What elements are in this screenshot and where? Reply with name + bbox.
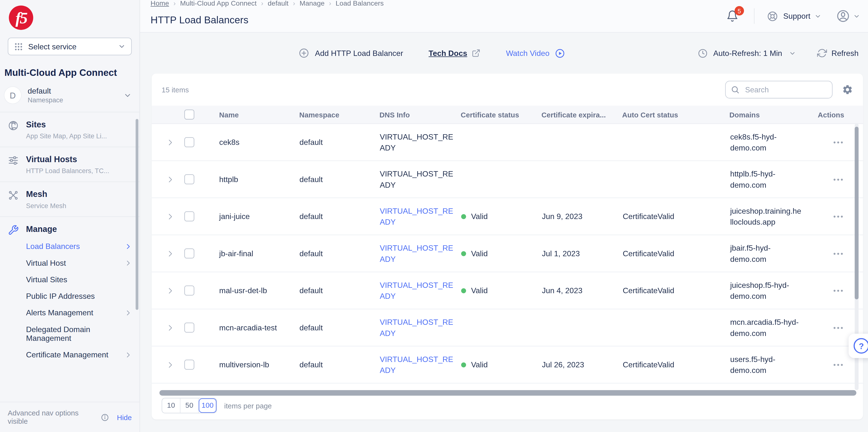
notifications-button[interactable]: 5 — [726, 10, 738, 22]
sidebar-item-manage[interactable]: Manage — [0, 217, 140, 238]
sliders-icon — [8, 155, 19, 175]
sidebar-item-mesh[interactable]: Mesh Service Mesh — [0, 182, 140, 217]
advanced-nav-label: Advanced nav options visible — [8, 409, 97, 426]
sidebar-item-virtual-sites[interactable]: Virtual Sites — [26, 271, 132, 288]
status-dot-green — [461, 288, 466, 293]
dns-info-link[interactable]: VIRTUAL_HOST_READY — [380, 205, 455, 228]
sidebar-item-public-ip-addresses[interactable]: Public IP Addresses — [26, 288, 132, 304]
table-row: mal-usr-det-lb default VIRTUAL_HOST_READ… — [152, 272, 863, 309]
refresh-button[interactable]: Refresh — [817, 48, 859, 58]
breadcrumb-item[interactable]: Manage — [300, 0, 325, 7]
column-header-namespace[interactable]: Namespace — [299, 110, 380, 119]
gear-icon[interactable] — [842, 84, 853, 95]
auto-cert-status: CertificateValid — [623, 286, 730, 295]
lb-name: httplb — [219, 175, 299, 184]
row-expand-chevron[interactable] — [166, 323, 175, 332]
sidebar-item-title: Manage — [26, 224, 57, 234]
support-menu[interactable]: Support — [767, 10, 821, 22]
app-root: f5 Select service Multi-Cloud App Connec… — [0, 0, 868, 432]
breadcrumb-item: Load Balancers — [336, 0, 384, 7]
lb-domain: cek8s.f5-hyd-demo.com — [730, 131, 802, 154]
column-header-name[interactable]: Name — [219, 110, 299, 119]
certificate-expiration: Jul 26, 2023 — [542, 360, 623, 369]
row-expand-chevron[interactable] — [166, 175, 175, 183]
watch-video-link[interactable]: Watch Video — [506, 48, 565, 58]
horizontal-scrollbar[interactable] — [159, 390, 857, 396]
sidebar-item-delegated-domain-management[interactable]: Delegated Domain Management — [26, 321, 120, 346]
f5-logo[interactable]: f5 — [9, 6, 33, 30]
sidebar-item-certificate-management[interactable]: Certificate Management — [26, 346, 132, 363]
sidebar-item-load-balancers[interactable]: Load Balancers — [26, 238, 132, 255]
row-checkbox[interactable] — [184, 286, 194, 295]
row-expand-chevron[interactable] — [166, 138, 175, 146]
row-expand-chevron[interactable] — [166, 361, 175, 369]
certificate-status: Valid — [471, 249, 488, 258]
lb-name: multiversion-lb — [219, 360, 299, 369]
auto-refresh-dropdown[interactable]: Auto-Refresh: 1 Min — [698, 48, 796, 58]
breadcrumb-item[interactable]: default — [268, 0, 288, 7]
namespace-type-label: Namespace — [28, 96, 63, 104]
column-header-dns-info[interactable]: DNS Info — [379, 110, 461, 119]
row-expand-chevron[interactable] — [166, 287, 175, 295]
page-size-10[interactable]: 10 — [162, 398, 181, 413]
chevron-right-icon — [125, 309, 132, 316]
page-size-100[interactable]: 100 — [199, 398, 216, 413]
breadcrumb-home[interactable]: Home — [151, 0, 169, 7]
dns-info: VIRTUAL_HOST_READY — [380, 131, 455, 154]
page-title: HTTP Load Balancers — [151, 14, 384, 26]
dns-info-link[interactable]: VIRTUAL_HOST_READY — [380, 279, 455, 302]
row-actions-menu[interactable] — [833, 212, 844, 221]
page-size-50[interactable]: 50 — [181, 398, 199, 413]
column-header-actions: Actions — [818, 110, 863, 119]
row-actions-menu[interactable] — [833, 138, 844, 146]
vertical-scrollbar[interactable] — [855, 127, 859, 299]
row-actions-menu[interactable] — [833, 287, 844, 295]
lb-domain: jbair.f5-hyd-demo.com — [730, 242, 802, 265]
lb-name: jb-air-final — [219, 249, 299, 258]
column-header-certificate-expiration[interactable]: Certificate expira... — [541, 110, 622, 119]
row-checkbox[interactable] — [184, 248, 194, 258]
row-checkbox[interactable] — [184, 360, 194, 369]
help-button[interactable]: ? — [848, 334, 868, 358]
sidebar-item-virtual-host[interactable]: Virtual Host — [26, 255, 132, 271]
notification-count-badge: 5 — [735, 6, 744, 15]
status-dot-green — [461, 214, 466, 219]
lb-namespace: default — [299, 175, 380, 184]
row-checkbox[interactable] — [184, 323, 194, 333]
namespace-selector[interactable]: D default Namespace — [4, 86, 132, 104]
row-actions-menu[interactable] — [833, 249, 844, 258]
account-menu[interactable] — [836, 9, 860, 23]
row-checkbox[interactable] — [184, 211, 194, 221]
row-expand-chevron[interactable] — [166, 212, 175, 221]
column-header-domains[interactable]: Domains — [730, 110, 818, 119]
sidebar-scrollbar[interactable] — [136, 119, 138, 310]
dns-info-link[interactable]: VIRTUAL_HOST_READY — [380, 354, 455, 376]
column-header-certificate-status[interactable]: Certificate status — [461, 110, 541, 119]
sidebar-item-alerts-management[interactable]: Alerts Management — [26, 304, 132, 321]
row-actions-menu[interactable] — [833, 175, 844, 183]
service-selector[interactable]: Select service — [8, 38, 132, 56]
row-actions-menu[interactable] — [833, 361, 844, 369]
hide-nav-button[interactable]: Hide — [117, 413, 132, 421]
dns-info-link[interactable]: VIRTUAL_HOST_READY — [380, 242, 455, 265]
breadcrumb-item[interactable]: Multi-Cloud App Connect — [180, 0, 257, 7]
dns-info-link[interactable]: VIRTUAL_HOST_READY — [380, 316, 455, 339]
dns-info: VIRTUAL_HOST_READY — [380, 168, 455, 190]
chevron-down-icon — [853, 12, 860, 20]
sidebar-footer: Advanced nav options visible Hide — [0, 402, 140, 432]
tech-docs-link[interactable]: Tech Docs — [429, 48, 480, 57]
add-http-load-balancer-button[interactable]: Add HTTP Load Balancer — [299, 48, 403, 59]
lb-namespace: default — [299, 286, 380, 295]
select-all-checkbox[interactable] — [184, 110, 194, 120]
chevron-down-icon — [814, 12, 822, 20]
sidebar-item-sites[interactable]: Sites App Site Map, App Site Li... — [0, 112, 140, 147]
row-checkbox[interactable] — [184, 174, 194, 184]
play-circle-icon — [555, 48, 565, 58]
globe-icon — [8, 120, 19, 140]
row-actions-menu[interactable] — [833, 323, 844, 332]
sidebar-item-virtual-hosts[interactable]: Virtual Hosts HTTP Load Balancers, TC... — [0, 147, 140, 182]
column-header-auto-cert-status[interactable]: Auto Cert status — [622, 110, 730, 119]
row-checkbox[interactable] — [184, 137, 194, 147]
search-input[interactable] — [744, 85, 827, 94]
row-expand-chevron[interactable] — [166, 249, 175, 258]
